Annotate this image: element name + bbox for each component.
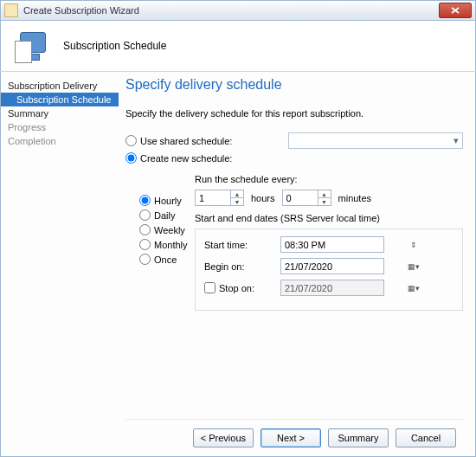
shared-schedule-select[interactable]: ▾ [288,132,463,149]
begin-on-input[interactable] [281,259,408,274]
close-button[interactable] [439,3,472,18]
use-shared-schedule-option[interactable]: Use shared schedule: [125,135,232,146]
cancel-button[interactable]: Cancel [396,428,456,447]
summary-button[interactable]: Summary [328,428,389,447]
frequency-daily-option[interactable]: Daily [139,209,184,221]
nav-subscription-delivery[interactable]: Subscription Delivery [1,79,119,93]
frequency-once-label: Once [154,254,177,265]
create-new-schedule-option[interactable]: Create new schedule: [125,152,232,164]
calendar-drop-icon[interactable]: ▦▾ [408,262,420,271]
frequency-hourly-radio[interactable] [139,195,151,206]
begin-on-label: Begin on: [204,261,280,272]
titlebar: Create Subscription Wizard [0,0,476,21]
spin-down-icon[interactable]: ▼ [318,198,331,205]
wizard-nav: Subscription Delivery Subscription Sched… [1,72,119,456]
stop-on-input [281,280,408,295]
date-fieldset: Start time: ⇕ Begin on: ▦▾ [195,228,463,311]
begin-on-field[interactable]: ▦▾ [280,258,384,274]
date-group-label: Start and end dates (SRS Server local ti… [195,213,463,223]
window-title: Create Subscription Wizard [23,5,439,16]
nav-progress[interactable]: Progress [1,120,119,134]
run-every-label: Run the schedule every: [195,174,463,184]
next-button[interactable]: Next > [261,428,321,447]
nav-subscription-schedule[interactable]: Subscription Schedule [1,93,119,106]
start-time-field[interactable]: ⇕ [280,236,384,253]
minutes-spinner[interactable]: ▲▼ [282,190,331,206]
wizard-footer: < Previous Next > Summary Cancel [125,419,463,456]
calendar-drop-icon: ▦▾ [408,284,420,293]
wizard-header: Subscription Schedule [0,21,476,71]
page-description: Specify the delivery schedule for this r… [125,108,463,119]
create-new-schedule-radio[interactable] [125,152,137,164]
frequency-weekly-option[interactable]: Weekly [139,224,184,235]
nav-summary[interactable]: Summary [1,106,119,120]
hours-input[interactable] [196,190,230,205]
frequency-once-radio[interactable] [139,254,151,265]
frequency-list: Hourly Daily Weekly Monthly Once [125,172,195,311]
hours-unit-label: hours [251,193,275,203]
app-icon [4,3,18,17]
nav-completion[interactable]: Completion [1,134,119,148]
chevron-down-icon: ▾ [450,133,462,148]
start-time-label: Start time: [204,240,280,250]
stop-on-field: ▦▾ [280,280,384,296]
create-new-schedule-label: Create new schedule: [140,153,232,164]
stop-on-label: Stop on: [219,283,254,293]
start-time-input[interactable] [281,237,408,252]
use-shared-schedule-radio[interactable] [125,135,137,146]
close-icon [451,7,460,14]
minutes-input[interactable] [283,190,318,205]
spin-updown-icon[interactable]: ⇕ [408,241,420,249]
previous-button[interactable]: < Previous [193,428,254,447]
frequency-hourly-option[interactable]: Hourly [139,195,184,206]
frequency-monthly-label: Monthly [154,240,188,250]
use-shared-schedule-label: Use shared schedule: [140,136,232,146]
spin-up-icon[interactable]: ▲ [230,190,243,198]
wizard-logo [15,29,49,63]
hours-spinner[interactable]: ▲▼ [195,190,244,206]
spin-up-icon[interactable]: ▲ [318,190,331,198]
frequency-weekly-radio[interactable] [139,224,151,235]
frequency-once-option[interactable]: Once [139,254,184,265]
frequency-weekly-label: Weekly [154,225,185,235]
frequency-monthly-radio[interactable] [139,239,151,250]
frequency-daily-label: Daily [154,210,175,221]
wizard-content: Specify delivery schedule Specify the de… [119,72,475,456]
spin-down-icon[interactable]: ▼ [230,198,243,205]
minutes-unit-label: minutes [338,193,372,203]
stop-on-checkbox[interactable] [204,282,215,293]
frequency-monthly-option[interactable]: Monthly [139,239,184,250]
frequency-hourly-label: Hourly [154,196,182,206]
frequency-daily-radio[interactable] [139,209,151,221]
page-heading: Specify delivery schedule [125,77,463,93]
wizard-subtitle: Subscription Schedule [63,40,166,52]
